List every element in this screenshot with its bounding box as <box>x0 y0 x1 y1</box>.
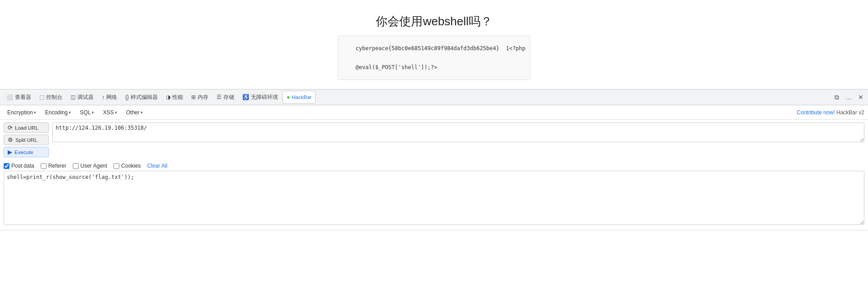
devtools-bar: ⬜ 查看器 ⬚ 控制台 ◫ 调试器 ↕ 网络 {} 样式编辑器 ◑ 性能 ⊞ 内… <box>0 89 868 105</box>
tab-debugger[interactable]: ◫ 调试器 <box>67 91 97 103</box>
page-title: 你会使用webshell吗？ <box>376 14 492 29</box>
code-block: cyberpeace{58bc0e685149c89f984dafd3db625… <box>338 36 531 80</box>
execute-icon: ▶ <box>8 149 12 155</box>
contribute-text: Contribute now! HackBar v2 <box>797 109 864 116</box>
url-input[interactable] <box>52 122 864 142</box>
execute-button[interactable]: ▶ Execute <box>4 147 49 157</box>
tab-style-editor[interactable]: {} 样式编辑器 <box>122 91 161 103</box>
menu-xss-label: XSS <box>103 109 114 116</box>
option-user-agent[interactable]: User Agent <box>73 163 107 169</box>
tab-hackbar[interactable]: ● HackBar <box>283 91 316 103</box>
sql-arrow-icon: ▾ <box>92 110 94 115</box>
encryption-arrow-icon: ▾ <box>34 110 36 115</box>
tab-performance[interactable]: ◑ 性能 <box>162 91 187 103</box>
hackbar-menu: Encryption ▾ Encoding ▾ SQL ▾ XSS ▾ Othe… <box>0 105 868 120</box>
tab-memory[interactable]: ⊞ 内存 <box>188 91 212 103</box>
menu-other[interactable]: Other ▾ <box>123 108 146 117</box>
post-data-input[interactable] <box>4 171 864 225</box>
hackbar-dot-icon: ● <box>287 94 290 100</box>
tab-network-label: 网络 <box>106 94 117 101</box>
storage-icon: ☰ <box>217 94 222 100</box>
execute-label: Execute <box>14 150 33 155</box>
cookies-checkbox[interactable] <box>113 163 119 169</box>
hackbar-options: Post data Referer User Agent Cookies Cle… <box>0 160 868 171</box>
menu-sql-label: SQL <box>80 109 91 116</box>
console-icon: ⬚ <box>39 94 44 100</box>
tab-hackbar-label: HackBar <box>292 94 311 100</box>
memory-icon: ⊞ <box>191 94 196 100</box>
devtools-close-button[interactable]: ✕ <box>856 92 865 103</box>
hackbar-main: ⟳ Load URL ⚙ Split URL ▶ Execute <box>0 120 868 160</box>
tab-console-label: 控制台 <box>46 94 62 101</box>
menu-encryption-label: Encryption <box>7 109 33 116</box>
split-url-label: Split URL <box>15 137 38 143</box>
referer-checkbox[interactable] <box>41 163 47 169</box>
encoding-arrow-icon: ▾ <box>69 110 71 115</box>
accessibility-icon: ♿ <box>242 94 249 100</box>
tab-performance-label: 性能 <box>172 94 183 101</box>
user-agent-checkbox[interactable] <box>73 163 79 169</box>
load-url-label: Load URL <box>15 125 38 131</box>
code-line2: @eval($_POST['shell']);?> <box>356 64 438 70</box>
network-icon: ↕ <box>102 94 104 100</box>
hackbar-postdata <box>0 171 868 230</box>
menu-encoding[interactable]: Encoding ▾ <box>42 108 75 117</box>
menu-encoding-label: Encoding <box>45 109 68 116</box>
post-data-label: Post data <box>11 163 34 169</box>
option-post-data[interactable]: Post data <box>4 163 34 169</box>
post-data-checkbox[interactable] <box>4 163 9 169</box>
menu-other-label: Other <box>126 109 140 116</box>
clear-all-button[interactable]: Clear All <box>147 163 167 169</box>
devtools-undock-button[interactable]: ⧉ <box>833 92 841 103</box>
tab-inspector[interactable]: ⬜ 查看器 <box>3 91 35 103</box>
option-referer[interactable]: Referer <box>41 163 66 169</box>
devtools-more-button[interactable]: … <box>844 92 854 103</box>
xss-arrow-icon: ▾ <box>115 110 117 115</box>
tab-accessibility-label: 无障碍环境 <box>251 94 278 101</box>
hackbar-panel: Encryption ▾ Encoding ▾ SQL ▾ XSS ▾ Othe… <box>0 105 868 230</box>
tab-style-editor-label: 样式编辑器 <box>131 94 158 101</box>
tab-memory-label: 内存 <box>198 94 208 101</box>
menu-sql[interactable]: SQL ▾ <box>76 108 98 117</box>
cookies-label: Cookies <box>121 163 141 169</box>
tab-storage-label: 存储 <box>223 94 234 101</box>
debugger-icon: ◫ <box>71 94 75 100</box>
tab-console[interactable]: ⬚ 控制台 <box>36 91 66 103</box>
tab-network[interactable]: ↕ 网络 <box>98 91 121 103</box>
split-url-icon: ⚙ <box>8 136 13 143</box>
page-content: 你会使用webshell吗？ cyberpeace{58bc0e685149c8… <box>0 0 868 89</box>
load-url-icon: ⟳ <box>8 124 13 131</box>
option-cookies[interactable]: Cookies <box>113 163 141 169</box>
hackbar-url-area <box>52 122 864 144</box>
tab-inspector-label: 查看器 <box>15 94 31 101</box>
inspector-icon: ⬜ <box>6 94 13 100</box>
style-editor-icon: {} <box>125 94 129 100</box>
menu-encryption[interactable]: Encryption ▾ <box>4 108 40 117</box>
hackbar-action-buttons: ⟳ Load URL ⚙ Split URL ▶ Execute <box>4 122 49 157</box>
load-url-button[interactable]: ⟳ Load URL <box>4 122 49 133</box>
devtools-right-controls: ⧉ … ✕ <box>833 92 865 103</box>
performance-icon: ◑ <box>166 94 170 100</box>
tab-accessibility[interactable]: ♿ 无障碍环境 <box>239 91 282 103</box>
user-agent-label: User Agent <box>80 163 107 169</box>
referer-label: Referer <box>48 163 66 169</box>
other-arrow-icon: ▾ <box>141 110 143 115</box>
tab-storage[interactable]: ☰ 存储 <box>213 91 238 103</box>
split-url-button[interactable]: ⚙ Split URL <box>4 135 49 145</box>
code-line1: cyberpeace{58bc0e685149c89f984dafd3db625… <box>356 45 526 52</box>
menu-xss[interactable]: XSS ▾ <box>99 108 121 117</box>
tab-debugger-label: 调试器 <box>77 94 94 101</box>
